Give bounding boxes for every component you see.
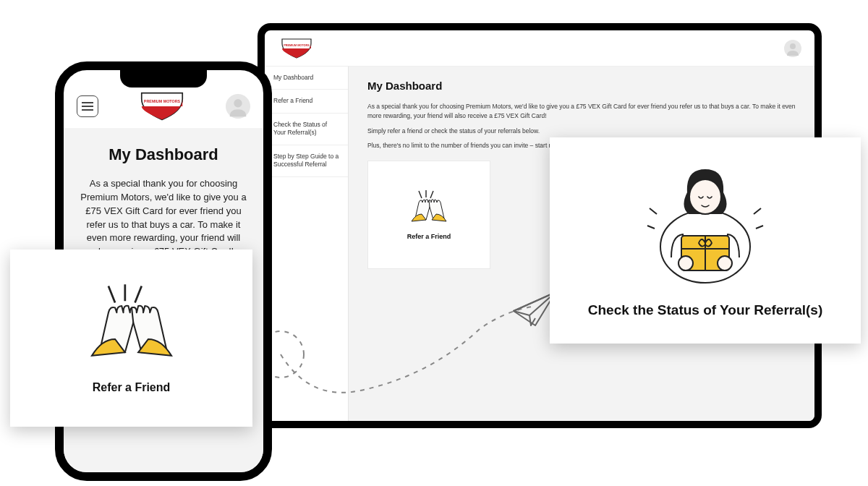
sidebar-item-dashboard[interactable]: My Dashboard (265, 67, 348, 90)
svg-point-12 (678, 256, 693, 270)
svg-text:PREMIUM MOTORS: PREMIUM MOTORS (284, 43, 310, 46)
brand-logo-mobile[interactable]: PREMIUM MOTORS (134, 89, 190, 124)
sidebar: My Dashboard Refer a Friend Check the St… (265, 67, 349, 421)
avatar-icon[interactable] (784, 40, 801, 57)
avatar-icon[interactable] (226, 94, 250, 119)
svg-point-3 (790, 43, 796, 49)
sidebar-item-refer[interactable]: Refer a Friend (265, 90, 348, 113)
card-refer-friend[interactable]: Refer a Friend (367, 161, 490, 269)
phone-page-title: My Dashboard (80, 145, 247, 164)
hamburger-button[interactable] (77, 95, 98, 117)
high-five-icon (85, 283, 179, 362)
brand-logo[interactable]: PREMIUM MOTORS (278, 36, 315, 61)
intro-p2: Simply refer a friend or check the statu… (367, 127, 796, 136)
status-card-label: Check the Status of Your Referral(s) (588, 302, 822, 318)
tablet-header: PREMIUM MOTORS (265, 30, 814, 67)
card-refer-label: Refer a Friend (407, 233, 451, 240)
svg-point-8 (234, 99, 242, 107)
phone-intro: As a special thank you for choosing Prem… (80, 177, 247, 259)
page-title: My Dashboard (367, 80, 796, 92)
sidebar-item-guide[interactable]: Step by Step Guide to a Successful Refer… (265, 145, 348, 177)
svg-text:PREMIUM MOTORS: PREMIUM MOTORS (144, 99, 181, 103)
enlarged-card-status[interactable]: Check the Status of Your Referral(s) (550, 137, 861, 344)
sidebar-item-status[interactable]: Check the Status of Your Referral(s) (265, 114, 348, 145)
enlarged-card-refer[interactable]: Refer a Friend (10, 250, 252, 427)
svg-point-13 (718, 256, 732, 270)
person-with-gift-icon (629, 163, 781, 286)
high-five-icon (409, 189, 449, 224)
svg-point-10 (689, 179, 721, 214)
refer-card-label: Refer a Friend (93, 381, 171, 394)
intro-p1: As a special thank you for choosing Prem… (367, 102, 796, 121)
